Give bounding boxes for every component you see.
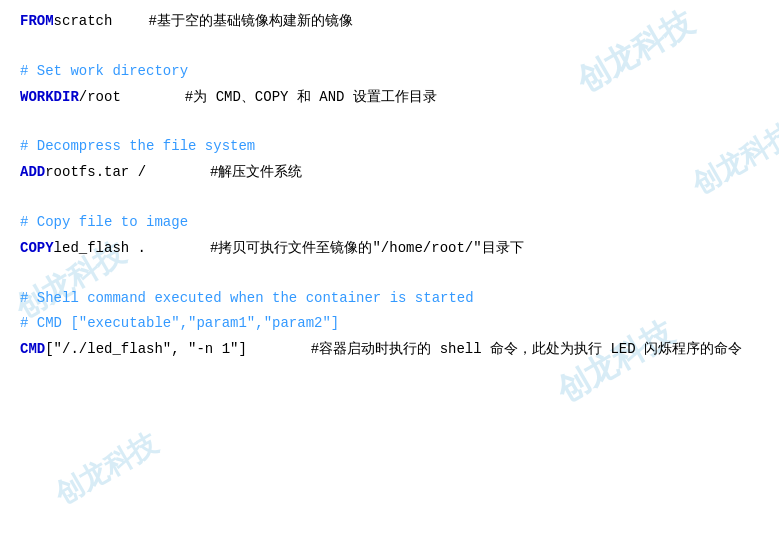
line-workdir: WORKDIR /root #为 CMD、COPY 和 AND 设置工作目录 — [20, 86, 759, 110]
comment-add-title: # Decompress the file system — [20, 135, 255, 159]
comment-copy-title: # Copy file to image — [20, 211, 188, 235]
value-scratch: scratch — [54, 10, 113, 34]
keyword-workdir: WORKDIR — [20, 86, 79, 110]
value-add: rootfs.tar / — [45, 161, 146, 185]
comment-add: #解压文件系统 — [154, 161, 302, 185]
line-copy: COPY led_flash . #拷贝可执行文件至镜像的"/home/root… — [20, 237, 759, 261]
keyword-from: FROM — [20, 10, 54, 34]
comment-shell-title: # Shell command executed when the contai… — [20, 287, 474, 311]
keyword-copy: COPY — [20, 237, 54, 261]
keyword-cmd: CMD — [20, 338, 45, 362]
value-cmd: ["/./led_flash", "-n 1"] — [45, 338, 247, 362]
line-comment-add: # Decompress the file system — [20, 135, 759, 159]
comment-workdir: #为 CMD、COPY 和 AND 设置工作目录 — [129, 86, 437, 110]
code-editor: FROM scratch #基于空的基础镜像构建新的镜像 # Set work … — [0, 0, 779, 374]
comment-cmd: #容器启动时执行的 shell 命令，此处为执行 LED 闪烁程序的命令 — [255, 338, 742, 362]
gap-1 — [20, 36, 759, 60]
comment-copy: #拷贝可执行文件至镜像的"/home/root/"目录下 — [154, 237, 524, 261]
comment-cmd-example: # CMD ["executable","param1","param2"] — [20, 312, 339, 336]
keyword-add: ADD — [20, 161, 45, 185]
line-from: FROM scratch #基于空的基础镜像构建新的镜像 — [20, 10, 759, 34]
line-comment-cmd-example: # CMD ["executable","param1","param2"] — [20, 312, 759, 336]
line-comment-copy: # Copy file to image — [20, 211, 759, 235]
line-comment-shell: # Shell command executed when the contai… — [20, 287, 759, 311]
line-add: ADD rootfs.tar / #解压文件系统 — [20, 161, 759, 185]
gap-4 — [20, 263, 759, 287]
comment-workdir-title: # Set work directory — [20, 60, 188, 84]
watermark-5: 创龙科技 — [48, 425, 164, 514]
line-cmd: CMD ["/./led_flash", "-n 1"] #容器启动时执行的 s… — [20, 338, 759, 362]
gap-3 — [20, 187, 759, 211]
value-copy: led_flash . — [54, 237, 146, 261]
gap-2 — [20, 111, 759, 135]
comment-from: #基于空的基础镜像构建新的镜像 — [120, 10, 352, 34]
line-comment-workdir: # Set work directory — [20, 60, 759, 84]
value-workdir: /root — [79, 86, 121, 110]
